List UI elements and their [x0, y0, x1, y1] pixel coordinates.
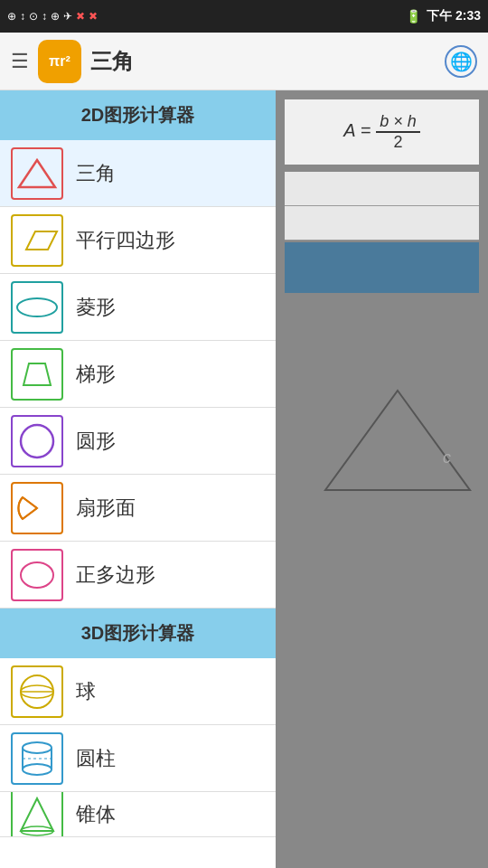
sphere-icon: [17, 672, 57, 712]
formula-equals: =: [361, 120, 376, 140]
svg-point-4: [21, 425, 53, 458]
svg-marker-3: [23, 363, 51, 385]
circle-label: 圆形: [76, 428, 116, 455]
trapezoid-icon: [16, 360, 58, 389]
sidebar-item-trapezoid[interactable]: 梯形: [0, 341, 276, 408]
sector-icon: [17, 488, 57, 528]
sphere-icon-box: [11, 665, 63, 718]
lower-area: c: [285, 300, 479, 517]
svg-point-10: [23, 764, 52, 775]
status-icon-4: ↕: [42, 10, 47, 23]
cylinder-icon: [17, 739, 57, 778]
main-content: 2D图形计算器 三角 平行四边形: [0, 90, 488, 868]
status-right: 🔋 下午 2:33: [406, 8, 481, 24]
sidebar-item-parallelogram[interactable]: 平行四边形: [0, 207, 276, 274]
rhombus-label: 菱形: [76, 294, 116, 321]
app-logo: πr²: [38, 40, 81, 83]
svg-marker-1: [26, 231, 57, 250]
polygon-icon-box: [11, 549, 63, 601]
formula-fraction: b × h 2: [376, 112, 420, 152]
status-bar: ⊕ ↕ ⊙ ↕ ⊕ ✈ ✖ ✖ 🔋 下午 2:33: [0, 0, 488, 33]
status-icon-3: ⊙: [29, 10, 38, 23]
lower-triangle-diagram: c: [325, 391, 470, 499]
result-box: [285, 242, 479, 293]
svg-point-2: [17, 298, 57, 316]
status-icon-1: ⊕: [7, 10, 16, 23]
cone-label: 锥体: [76, 801, 116, 828]
input-row-1: [285, 172, 479, 206]
sphere-label: 球: [76, 678, 96, 705]
input-area: [285, 172, 479, 241]
svg-text:c: c: [443, 448, 451, 467]
section-3d-header: 3D图形计算器: [0, 609, 276, 658]
globe-button[interactable]: 🌐: [445, 45, 477, 78]
status-icon-signal-1: ✖: [76, 10, 85, 23]
sidebar-item-polygon[interactable]: 正多边形: [0, 542, 276, 609]
top-bar: ☰ πr² 三角 🌐: [0, 33, 488, 90]
status-battery: 🔋: [406, 9, 421, 24]
status-icon-2: ↕: [20, 10, 25, 23]
sidebar: 2D图形计算器 三角 平行四边形: [0, 90, 276, 868]
sidebar-item-cylinder[interactable]: 圆柱: [0, 725, 276, 792]
parallelogram-icon: [17, 228, 57, 253]
section-2d-header: 2D图形计算器: [0, 90, 276, 140]
cone-icon: [17, 795, 57, 835]
trapezoid-icon-box: [11, 348, 63, 401]
formula-a: A: [343, 120, 355, 140]
status-icon-signal-2: ✖: [89, 10, 98, 23]
formula-box: A = b × h 2: [285, 99, 479, 165]
input-row-2: [285, 206, 479, 241]
sidebar-item-cone[interactable]: 锥体: [0, 792, 276, 837]
svg-point-9: [23, 742, 52, 753]
rhombus-icon-box: [11, 281, 63, 334]
triangle-icon: [17, 156, 57, 191]
sector-icon-box: [11, 482, 63, 534]
triangle-label: 三角: [76, 160, 116, 187]
cylinder-icon-box: [11, 732, 63, 785]
sector-label: 扇形面: [76, 495, 136, 522]
sidebar-item-sphere[interactable]: 球: [0, 658, 276, 725]
rhombus-icon: [14, 296, 60, 319]
svg-marker-0: [19, 160, 55, 187]
menu-button[interactable]: ☰: [11, 50, 29, 73]
right-panel: A = b × h 2 c: [276, 90, 488, 868]
sidebar-item-triangle[interactable]: 三角: [0, 140, 276, 207]
formula-display: A = b × h 2: [294, 112, 470, 152]
status-time: 下午 2:33: [427, 8, 481, 24]
svg-point-5: [21, 562, 53, 588]
polygon-icon: [17, 555, 57, 595]
sidebar-item-sector[interactable]: 扇形面: [0, 475, 276, 542]
trapezoid-label: 梯形: [76, 361, 116, 388]
polygon-label: 正多边形: [76, 561, 155, 589]
formula-denominator: 2: [376, 133, 420, 152]
cylinder-label: 圆柱: [76, 745, 116, 772]
svg-marker-16: [325, 391, 470, 490]
formula-numerator: b × h: [376, 112, 420, 133]
circle-icon: [17, 421, 57, 461]
circle-icon-box: [11, 415, 63, 467]
cone-icon-box: [11, 792, 63, 837]
status-icon-wifi: ✈: [63, 10, 72, 23]
status-icon-5: ⊕: [51, 10, 60, 23]
sidebar-item-rhombus[interactable]: 菱形: [0, 274, 276, 341]
app-title: 三角: [90, 47, 445, 76]
sidebar-item-circle[interactable]: 圆形: [0, 408, 276, 475]
status-icons-left: ⊕ ↕ ⊙ ↕ ⊕ ✈ ✖ ✖: [7, 10, 98, 23]
triangle-icon-box: [11, 147, 63, 200]
parallelogram-icon-box: [11, 214, 63, 267]
parallelogram-label: 平行四边形: [76, 227, 175, 254]
